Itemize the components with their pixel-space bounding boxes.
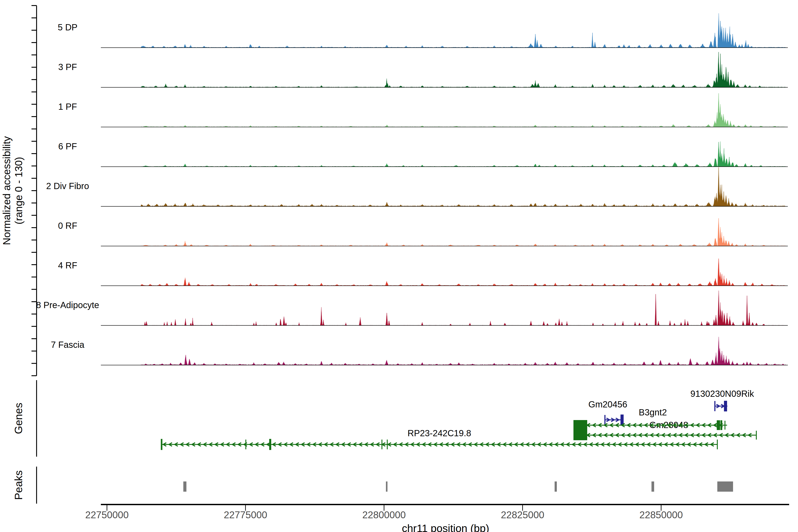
track-label: 2 Div Fibro (46, 181, 89, 191)
exon-box-tall (573, 420, 587, 440)
exon-box (715, 401, 716, 411)
gene-gm28048 (573, 431, 757, 440)
exon-box (161, 439, 163, 450)
track-8-pre-adipocyte: 8 Pre-Adipocyte (36, 291, 788, 325)
peak-box (651, 481, 654, 492)
track-3-pf: 3 PF (58, 52, 788, 87)
track-7-fascia: 7 Fascia (51, 337, 788, 365)
coverage-area (141, 167, 786, 206)
coverage-area (141, 52, 786, 87)
track-label: 7 Fascia (51, 340, 84, 349)
track-4-rf: 4 RF (58, 259, 788, 286)
genome-browser-plot: Normalized accessibility(range 0 - 130)5… (0, 0, 798, 532)
exon-box (605, 415, 606, 425)
exon-box (725, 421, 725, 430)
coverage-area (141, 218, 786, 246)
y-axis-bracket: Normalized accessibility(range 0 - 130) (1, 5, 37, 376)
gene-name-label: Gm20456 (588, 399, 627, 409)
track-6-pf: 6 PF (58, 141, 788, 167)
track-5-dp: 5 DP (58, 13, 788, 48)
peak-box (183, 481, 186, 492)
exon-box (381, 440, 382, 449)
exon-box (717, 440, 718, 449)
x-axis-tick-label: 22800000 (362, 509, 406, 520)
track-label: 6 PF (58, 141, 77, 151)
coverage-area (141, 93, 786, 127)
exon-box (724, 401, 727, 412)
x-axis-tick-label: 22850000 (640, 509, 683, 520)
coverage-area (141, 291, 786, 325)
x-axis-tick-label: 22825000 (501, 509, 545, 520)
x-axis: 2275000022775000228000002282500022850000… (86, 505, 789, 532)
exon-box (717, 420, 720, 430)
exon-box (621, 415, 624, 425)
y-axis-label-line1: Normalized accessibility (1, 136, 13, 245)
coverage-area (141, 337, 786, 365)
peaks-section-label: Peaks (13, 470, 24, 500)
gene-name-label: RP23-242C19.8 (407, 428, 471, 438)
coverage-area (141, 13, 786, 48)
gene-name-label: 9130230N09Rik (690, 389, 754, 399)
track-label: 8 Pre-Adipocyte (36, 300, 99, 310)
track-2-div-fibro: 2 Div Fibro (46, 167, 788, 206)
coverage-area (141, 259, 786, 286)
exon-box (269, 439, 271, 450)
track-label: 3 PF (58, 62, 77, 72)
track-label: 0 RF (58, 221, 77, 230)
exon-box (245, 440, 246, 449)
track-label: 4 RF (58, 261, 77, 270)
peak-box (386, 481, 387, 492)
exon-box (720, 420, 722, 430)
track-1-pf: 1 PF (58, 93, 788, 127)
track-0-rf: 0 RF (58, 218, 788, 246)
x-axis-title: chr11 position (bp) (402, 522, 489, 532)
peaks-section: Peaks (13, 467, 733, 504)
gene-name-label: B3gnt2 (639, 407, 667, 417)
gene-rp23-242c19-8 (161, 439, 718, 450)
track-label: 5 DP (58, 22, 78, 32)
peak-box (555, 481, 557, 492)
coverage-area (141, 141, 786, 167)
peak-box (717, 481, 733, 492)
figure-root: Normalized accessibility(range 0 - 130)5… (0, 0, 798, 532)
genes-section-label: Genes (13, 403, 24, 434)
x-axis-tick-label: 22750000 (86, 509, 129, 520)
track-label: 1 PF (58, 102, 77, 112)
gene-9130230n09rik (715, 401, 727, 412)
y-axis-label-line2: (range 0 - 130) (13, 157, 24, 224)
x-axis-tick-label: 22775000 (224, 509, 267, 520)
exon-box (387, 440, 388, 449)
exon-box (756, 431, 757, 440)
